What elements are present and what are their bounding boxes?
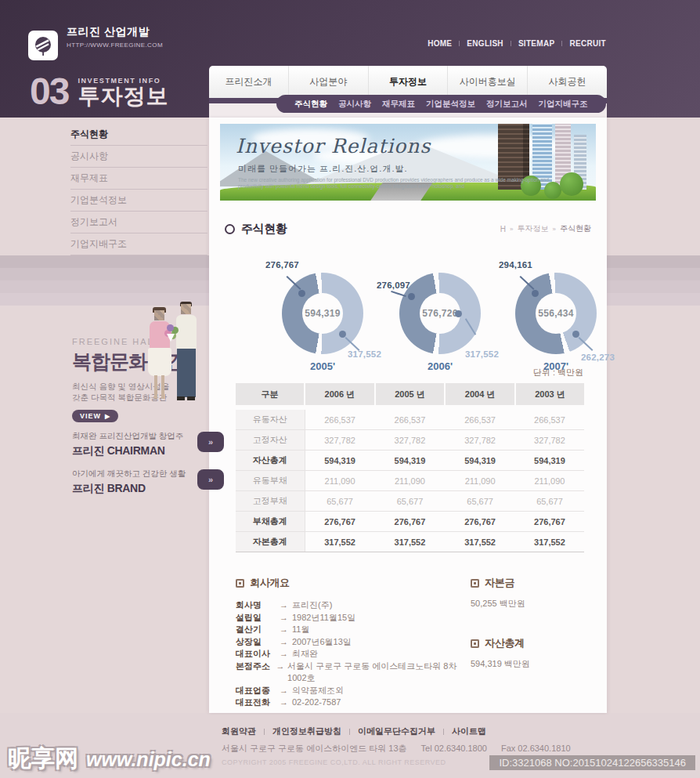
company-field-label: 결산기 bbox=[236, 624, 280, 636]
table-cell: 266,537 bbox=[375, 407, 446, 430]
table-cell: 594,319 bbox=[305, 451, 375, 471]
subnav-item-기업분석정보[interactable]: 기업분석정보 bbox=[426, 99, 475, 110]
sidebar-item-재무제표[interactable]: 재무제표 bbox=[70, 168, 207, 190]
tab-프리진소개[interactable]: 프리진소개 bbox=[209, 66, 289, 98]
company-field-label: 설립일 bbox=[236, 612, 280, 624]
table-cell: 594,319 bbox=[375, 451, 446, 471]
year-label: 2007' bbox=[515, 360, 597, 372]
company-field-label: 대표이사 bbox=[236, 648, 280, 660]
breadcrumb-item-주식현황[interactable]: 주식현황 bbox=[560, 223, 591, 234]
company-field-value: 02-202-7587 bbox=[292, 697, 341, 709]
company-field-value: 1982년11월15일 bbox=[292, 612, 355, 624]
footer-link-이메일무단수집거부[interactable]: 이메일무단수집거부 bbox=[358, 726, 435, 737]
table-cell: 317,552 bbox=[375, 532, 446, 552]
company-row-대표전화: 대표전화→02-202-7587 bbox=[236, 697, 471, 709]
table-row: 고정자산327,782327,782327,782327,782 bbox=[236, 430, 584, 451]
table-cell: 327,782 bbox=[375, 430, 446, 451]
breadcrumb-item-투자정보[interactable]: 투자정보 bbox=[518, 223, 549, 234]
utility-link-recruit[interactable]: RECRUIT bbox=[569, 39, 606, 48]
donut-chart-2007: 556,434294,161262,2732007' bbox=[497, 260, 615, 378]
tab-사이버홍보실[interactable]: 사이버홍보실 bbox=[448, 66, 528, 98]
ir-banner-image: Investor Relations 미래를 만들어가는 프.리.진.산.업.개… bbox=[220, 124, 596, 201]
sidebar-item-주식현황[interactable]: 주식현황 bbox=[70, 124, 207, 146]
table-cell: 276,767 bbox=[515, 512, 584, 532]
right-gutter bbox=[607, 118, 700, 713]
footer-link-사이트맵[interactable]: 사이트맵 bbox=[452, 726, 486, 737]
company-row-설립일: 설립일→1982년11월15일 bbox=[236, 612, 471, 624]
utility-link-home[interactable]: HOME bbox=[428, 39, 452, 48]
company-field-label: 상장일 bbox=[236, 636, 280, 649]
footer-links: 회원약관개인정보취급방침이메일무단수집거부사이트맵 bbox=[222, 726, 700, 737]
footer-separator bbox=[349, 729, 350, 735]
debt-value-label: 276,097 bbox=[377, 280, 410, 290]
donut-charts: 594,319276,767317,5522005' 576,726276,09… bbox=[220, 248, 596, 365]
utility-nav: HOMEENGLISHSITEMAPRECRUIT bbox=[428, 39, 606, 48]
sidebar-item-기업지배구조[interactable]: 기업지배구조 bbox=[70, 233, 207, 255]
arrow-icon: → bbox=[280, 697, 292, 709]
company-field-value: 11월 bbox=[292, 624, 309, 636]
column-header: 2006 년 bbox=[305, 383, 375, 407]
logo[interactable]: 프리진 산업개발 HTTP://WWW.FREEGINE.COM bbox=[28, 25, 150, 65]
table-cell: 266,537 bbox=[305, 407, 375, 430]
breadcrumb-item-H[interactable]: H bbox=[500, 225, 506, 233]
row-label: 유동부채 bbox=[236, 471, 305, 491]
footer: 회원약관개인정보취급방침이메일무단수집거부사이트맵 서울시 구로구 구로동 에이… bbox=[0, 713, 700, 778]
table-cell: 65,677 bbox=[515, 491, 584, 512]
brand-more-button[interactable]: » bbox=[197, 469, 224, 490]
equity-value-label: 317,552 bbox=[348, 349, 381, 359]
sidebar-menu: 주식현황공시사항재무제표기업분석정보정기보고서기업지배구조 bbox=[70, 124, 207, 255]
sidebar-item-정기보고서[interactable]: 정기보고서 bbox=[70, 212, 207, 233]
page-title: 주식현황 bbox=[241, 222, 287, 237]
subnav-item-주식현황[interactable]: 주식현황 bbox=[294, 99, 327, 110]
chairman-more-button[interactable]: » bbox=[197, 432, 224, 452]
callout-dot bbox=[572, 331, 579, 338]
subnav-item-기업지배구조[interactable]: 기업지배구조 bbox=[539, 99, 588, 110]
sidebar-item-공시사항[interactable]: 공시사항 bbox=[70, 146, 207, 168]
footer-link-회원약관[interactable]: 회원약관 bbox=[222, 726, 256, 737]
footer-link-개인정보취급방침[interactable]: 개인정보취급방침 bbox=[272, 726, 341, 737]
subnav-item-공시사항[interactable]: 공시사항 bbox=[338, 99, 371, 110]
row-label: 유동자산 bbox=[236, 407, 305, 430]
table-cell: 65,677 bbox=[375, 491, 446, 512]
tab-사업분야[interactable]: 사업분야 bbox=[289, 66, 369, 98]
column-header: 2005 년 bbox=[375, 383, 446, 407]
year-label: 2006' bbox=[399, 360, 481, 372]
company-row-상장일: 상장일→2007년6월13일 bbox=[236, 636, 471, 649]
page: 프리진 산업개발 HTTP://WWW.FREEGINE.COM HOMEENG… bbox=[0, 0, 700, 778]
year-label: 2005' bbox=[282, 360, 363, 372]
company-field-value: 의약품제조외 bbox=[292, 685, 344, 697]
company-field-label: 본점주소 bbox=[236, 660, 276, 685]
footer-address: 서울시 구로구 구로동 에이스하이엔드 타워 13층Tel 02.6340.18… bbox=[222, 743, 700, 754]
company-field-value: 최재완 bbox=[292, 648, 318, 660]
financial-table-body: 유동자산266,537266,537266,537266,537고정자산327,… bbox=[236, 407, 584, 552]
table-cell: 276,767 bbox=[375, 512, 446, 532]
total-assets-value: 594,319 백만원 bbox=[471, 658, 530, 670]
sidebar-item-기업분석정보[interactable]: 기업분석정보 bbox=[70, 190, 207, 212]
freegine-logo-icon bbox=[33, 35, 53, 56]
brand-banner[interactable]: 아기에게 깨끗하고 건강한 생활 프리진 BRAND » bbox=[72, 469, 197, 496]
chairman-banner[interactable]: 최재완 프리진산업개발 창업주 프리진 CHAIRMAN » bbox=[72, 431, 197, 458]
tab-사회공헌[interactable]: 사회공헌 bbox=[528, 66, 607, 98]
utility-link-english[interactable]: ENGLISH bbox=[467, 39, 503, 48]
company-overview-rows: 회사명→프리진(주)설립일→1982년11월15일결산기→11월상장일→2007… bbox=[236, 599, 471, 709]
arrow-icon: → bbox=[280, 636, 292, 649]
banner-caption: 최재완 프리진산업개발 창업주 bbox=[72, 431, 197, 442]
table-cell: 65,677 bbox=[445, 491, 515, 512]
column-header: 2003 년 bbox=[515, 383, 584, 407]
arrow-icon: → bbox=[280, 648, 292, 660]
watermark-site-url: www.nipic.cn bbox=[86, 748, 211, 771]
sub-nav: 주식현황공시사항재무제표기업분석정보정기보고서기업지배구조 bbox=[276, 95, 606, 113]
subnav-item-정기보고서[interactable]: 정기보고서 bbox=[486, 99, 528, 110]
utility-link-sitemap[interactable]: SITEMAP bbox=[518, 39, 555, 48]
tab-투자정보[interactable]: 투자정보 bbox=[369, 66, 449, 98]
company-field-value: 서울시 구로구 구로동 에이스테크노타워 8차 1002호 bbox=[287, 660, 471, 685]
table-cell: 594,319 bbox=[445, 451, 515, 471]
capital-heading: 자본금 bbox=[471, 576, 530, 590]
table-cell: 276,767 bbox=[305, 512, 375, 532]
subnav-item-재무제표[interactable]: 재무제표 bbox=[382, 99, 415, 110]
table-row: 자산총계594,319594,319594,319594,319 bbox=[236, 451, 584, 471]
couple-photo bbox=[148, 302, 200, 420]
company-row-결산기: 결산기→11월 bbox=[236, 624, 471, 636]
view-button[interactable]: VIEW▶ bbox=[72, 410, 118, 422]
section-title: 투자정보 bbox=[78, 85, 168, 108]
